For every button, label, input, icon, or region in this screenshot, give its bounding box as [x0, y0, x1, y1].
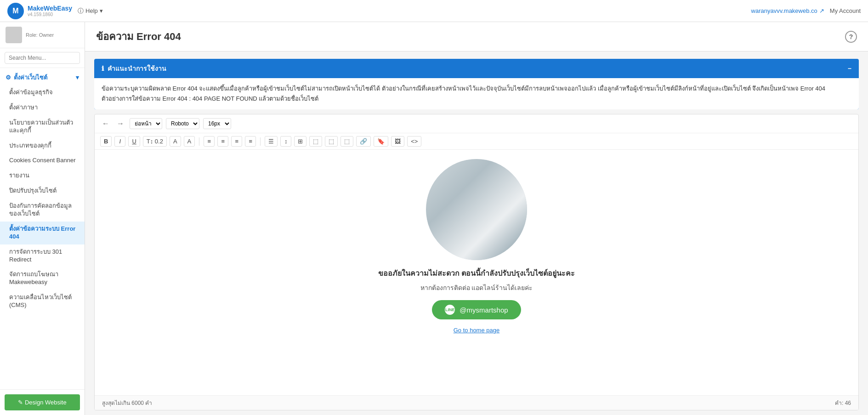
- editor-text-block: ขออภัยในความไม่สะดวก ตอนนี้กำลังปรับปรุง…: [378, 267, 575, 334]
- separator-2: [260, 137, 261, 146]
- sidebar-item-language[interactable]: ตั้งค่าภาษา: [0, 100, 85, 115]
- logo-icon: M: [7, 3, 24, 19]
- editor-image: [426, 159, 527, 260]
- top-nav-right: waranyavvv.makeweb.co ↗ My Account: [751, 7, 861, 14]
- table-button[interactable]: ⊞: [294, 136, 306, 147]
- font-select[interactable]: Roboto: [166, 118, 199, 129]
- word-limit-label: สูงสุดไม่เกิน 6000 คำ: [102, 398, 152, 407]
- logo-text: MakeWebEasy v4.159.1860: [28, 5, 72, 17]
- sidebar-item-report[interactable]: รายงาน: [0, 168, 85, 183]
- sidebar-bottom: ✎ Design Website: [0, 389, 85, 415]
- editor-main-text: ขออภัยในความไม่สะดวก ตอนนี้กำลังปรับปรุง…: [378, 267, 575, 279]
- sidebar-search-area: [0, 48, 85, 68]
- go-home-link[interactable]: Go to home page: [454, 327, 499, 334]
- logo-title: MakeWebEasy: [28, 5, 72, 12]
- help-icon: ⓘ: [78, 7, 84, 15]
- separator-1: [199, 137, 199, 146]
- line-height-button[interactable]: ↕: [280, 136, 291, 147]
- special-char-1-button[interactable]: ⬚: [309, 136, 322, 147]
- external-link-text: waranyavvv.makeweb.co: [751, 7, 817, 14]
- sidebar-item-maintenance[interactable]: ปิดปรับปรุงเว็บไซต์: [0, 183, 85, 199]
- top-nav: M MakeWebEasy v4.159.1860 ⓘ Help ▾ waran…: [0, 0, 868, 22]
- align-justify-button[interactable]: ≡: [245, 136, 256, 147]
- user-avatar: [6, 27, 22, 43]
- sidebar-user: Role: Owner: [0, 22, 85, 48]
- align-right-button[interactable]: ≡: [231, 136, 242, 147]
- bold-button[interactable]: B: [100, 136, 112, 147]
- top-nav-left: M MakeWebEasy v4.159.1860 ⓘ Help ▾: [7, 3, 103, 19]
- image-button[interactable]: 🖼: [391, 136, 404, 147]
- italic-button[interactable]: I: [114, 136, 125, 147]
- search-input[interactable]: [5, 52, 80, 64]
- list-button[interactable]: ☰: [265, 136, 278, 147]
- page-help-icon[interactable]: ?: [845, 31, 857, 43]
- redo-button[interactable]: →: [115, 119, 126, 129]
- underline-button[interactable]: U: [128, 136, 140, 147]
- sidebar-item-privacy[interactable]: นโยบายความเป็นส่วนตัวและคุกกี้: [0, 115, 85, 138]
- sidebar-item-cms[interactable]: ความเคลื่อนไหวเว็บไซต์ (CMS): [0, 290, 85, 313]
- design-website-button[interactable]: ✎ Design Website: [5, 394, 80, 410]
- font-size-select[interactable]: 16px: [203, 118, 231, 129]
- editor-sub-text: หากต้องการติดต่อ แอดไลน์ร้านได้เลยค่ะ: [378, 283, 575, 293]
- editor-body[interactable]: ขออภัยในความไม่สะดวก ตอนนี้กำลังปรับปรุง…: [95, 150, 858, 395]
- sidebar-group-title[interactable]: ⚙ ตั้งค่าเว็บไซต์ ▾: [0, 68, 85, 85]
- gear-icon: ⚙: [6, 74, 11, 81]
- sidebar-item-business[interactable]: ตั้งค่าข้อมูลธุรกิจ: [0, 85, 85, 100]
- info-box-header-left: ℹ คำแนะนำการใช้งาน: [102, 63, 166, 74]
- editor-toolbar-main: B I U T↕ 0.2 A A ≡ ≡ ≡ ≡ ☰ ↕ ⊞ ⬚ ⬚ ⬚ 🔗 🔖: [95, 133, 858, 150]
- line-contact-button[interactable]: LINE @mysmartshop: [432, 300, 521, 319]
- undo-button[interactable]: ←: [100, 119, 111, 129]
- page-title: ข้อความ Error 404: [96, 28, 181, 45]
- link-button[interactable]: 🔗: [356, 136, 371, 147]
- info-box-header: ℹ คำแนะนำการใช้งาน −: [94, 59, 859, 78]
- external-link-icon: ↗: [819, 7, 824, 14]
- sidebar-item-301-redirect[interactable]: การจัดการระบบ 301 Redirect: [0, 244, 85, 267]
- align-left-button[interactable]: ≡: [204, 136, 215, 147]
- info-box-text: ข้อความระบุความผิดพลาด Error 404 จะแสดงข…: [102, 84, 851, 94]
- special-char-3-button[interactable]: ⬚: [340, 136, 353, 147]
- font-color-button[interactable]: A: [170, 136, 181, 147]
- editor-footer: สูงสุดไม่เกิน 6000 คำ คำ: 46: [95, 395, 858, 410]
- content-header: ข้อความ Error 404 ?: [85, 22, 868, 51]
- code-button[interactable]: <>: [407, 136, 421, 147]
- info-box: ℹ คำแนะนำการใช้งาน − ข้อความระบุความผิดพ…: [94, 59, 859, 109]
- bookmark-button[interactable]: 🔖: [374, 136, 388, 147]
- sidebar-item-ads-banner[interactable]: จัดการแถบโฆษณา Makewebeasy: [0, 267, 85, 290]
- sidebar-item-cookies-banner[interactable]: Cookies Consent Banner: [0, 153, 85, 168]
- sidebar-item-404[interactable]: ตั้งค่าข้อความระบบ Error 404: [0, 222, 85, 244]
- editor-container: ← → ย่อหน้า Roboto 16px B I U T↕ 0.2 A: [94, 114, 859, 410]
- help-button[interactable]: ⓘ Help ▾: [78, 7, 103, 15]
- info-box-title: คำแนะนำการใช้งาน: [108, 63, 166, 74]
- my-account-link[interactable]: My Account: [830, 7, 861, 14]
- line-btn-label: @mysmartshop: [460, 306, 508, 314]
- collapse-icon: ▾: [76, 74, 79, 81]
- info-box-body: ข้อความระบุความผิดพลาด Error 404 จะแสดงข…: [94, 78, 859, 109]
- help-label: Help: [85, 7, 98, 14]
- help-chevron-icon: ▾: [100, 7, 103, 14]
- info-icon: ℹ: [102, 65, 104, 72]
- editor-toolbar-top: ← → ย่อหน้า Roboto 16px: [95, 114, 858, 133]
- sidebar-item-cookie-types[interactable]: ประเภทของคุกกี้: [0, 138, 85, 153]
- sidebar-section: ⚙ ตั้งค่าเว็บไซต์ ▾ ตั้งค่าข้อมูลธุรกิจ …: [0, 68, 85, 313]
- content-area: ข้อความ Error 404 ? ℹ คำแนะนำการใช้งาน −…: [85, 22, 868, 415]
- highlight-button[interactable]: A: [184, 136, 195, 147]
- external-site-link[interactable]: waranyavvv.makeweb.co ↗: [751, 7, 824, 14]
- info-box-example: ตัวอย่างการใส่ข้อความ Error 404 : 404 PA…: [102, 94, 851, 104]
- align-center-button[interactable]: ≡: [217, 136, 228, 147]
- sidebar-group-label: ตั้งค่าเว็บไซต์: [14, 73, 47, 82]
- sidebar: Role: Owner ⚙ ตั้งค่าเว็บไซต์ ▾ ตั้งค่าข…: [0, 22, 85, 415]
- font-size-adjust-button[interactable]: T↕ 0.2: [143, 136, 167, 147]
- user-role: Role: Owner: [26, 32, 54, 38]
- special-char-2-button[interactable]: ⬚: [325, 136, 338, 147]
- paragraph-select[interactable]: ย่อหน้า: [130, 118, 162, 129]
- logo-version: v4.159.1860: [28, 12, 72, 17]
- logo-area: M MakeWebEasy v4.159.1860: [7, 3, 72, 19]
- placeholder-image: [426, 159, 527, 260]
- word-count-label: คำ: 46: [835, 398, 851, 407]
- sidebar-item-copy-protection[interactable]: ป้องกันการคัดลอกข้อมูลของเว็บไซต์: [0, 199, 85, 222]
- info-box-collapse-icon[interactable]: −: [848, 65, 851, 72]
- main-layout: Role: Owner ⚙ ตั้งค่าเว็บไซต์ ▾ ตั้งค่าข…: [0, 22, 868, 415]
- line-icon: LINE: [445, 305, 455, 315]
